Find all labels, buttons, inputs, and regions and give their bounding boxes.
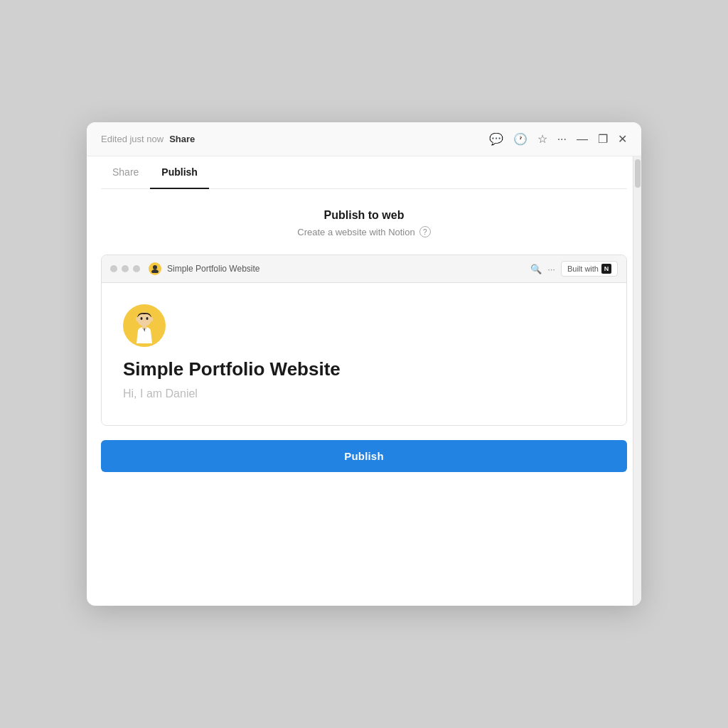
publish-button[interactable]: Publish [101, 440, 627, 472]
svg-point-6 [141, 317, 143, 320]
star-icon[interactable]: ☆ [537, 132, 547, 146]
preview-page-title: Simple Portfolio Website [123, 358, 605, 380]
preview-more-icon[interactable]: ··· [547, 264, 555, 274]
close-icon[interactable]: ✕ [618, 132, 627, 146]
avatar [123, 304, 166, 347]
preview-favicon [149, 262, 161, 275]
svg-point-0 [153, 265, 157, 269]
preview-window-controls [110, 265, 140, 272]
built-with-label: Built with [567, 264, 599, 273]
publish-subtitle: Create a website with Notion ? [101, 226, 627, 237]
comment-icon[interactable]: 💬 [489, 132, 503, 146]
minimize-icon[interactable]: — [577, 133, 588, 146]
svg-point-7 [146, 317, 149, 320]
title-bar-left: Edited just now Share [101, 134, 482, 144]
preview-greeting: Hi, I am Daniel [123, 387, 605, 400]
notion-n-icon: N [601, 264, 611, 274]
main-window: Edited just now Share 💬 🕐 ☆ ··· — ❐ ✕ Sh… [87, 122, 641, 606]
title-bar: Edited just now Share 💬 🕐 ☆ ··· — ❐ ✕ [87, 122, 641, 156]
preview-dot-1 [110, 265, 117, 272]
svg-point-4 [136, 317, 139, 321]
scrollbar-thumb [635, 159, 641, 188]
preview-titlebar: Simple Portfolio Website 🔍 ··· Built wit… [102, 255, 626, 283]
preview-actions: 🔍 ··· Built with N [530, 261, 618, 277]
preview-dot-3 [133, 265, 140, 272]
preview-window: Simple Portfolio Website 🔍 ··· Built wit… [101, 255, 627, 426]
tabs-bar: Share Publish [101, 156, 627, 189]
share-header-button[interactable]: Share [169, 134, 195, 144]
preview-dot-2 [122, 265, 129, 272]
preview-content: Simple Portfolio Website Hi, I am Daniel [102, 283, 626, 425]
edited-status: Edited just now [101, 134, 164, 144]
scrollbar[interactable] [633, 156, 641, 606]
built-with-button[interactable]: Built with N [561, 261, 618, 277]
svg-point-5 [150, 317, 153, 321]
tab-share[interactable]: Share [101, 156, 150, 189]
more-icon[interactable]: ··· [557, 133, 567, 146]
help-icon[interactable]: ? [419, 226, 431, 237]
restore-icon[interactable]: ❐ [598, 132, 608, 146]
title-icons: 💬 🕐 ☆ ··· — ❐ ✕ [489, 132, 627, 146]
main-content: Share Publish Publish to web Create a we… [87, 156, 641, 606]
history-icon[interactable]: 🕐 [513, 132, 528, 146]
tab-publish[interactable]: Publish [150, 156, 209, 189]
publish-title: Publish to web [101, 209, 627, 222]
preview-page-tab-title: Simple Portfolio Website [167, 264, 525, 274]
svg-point-1 [151, 269, 159, 273]
preview-search-icon[interactable]: 🔍 [530, 264, 542, 274]
window-body: Share Publish Publish to web Create a we… [87, 156, 641, 606]
